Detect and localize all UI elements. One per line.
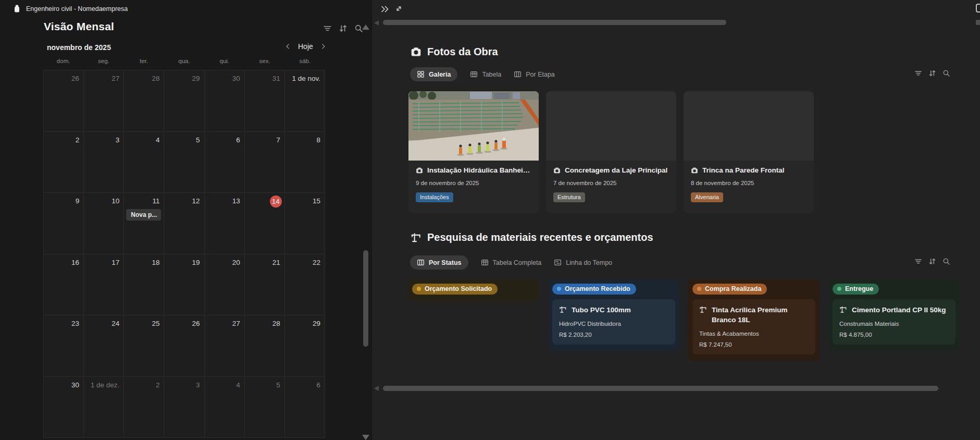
today-button[interactable]: Hoje	[298, 42, 313, 51]
status-pill[interactable]: Entregue	[833, 284, 879, 295]
calendar-day-cell[interactable]: 27	[84, 70, 124, 132]
kanban-column-orcamento-solicitado: Orçamento Solicitado	[408, 279, 539, 301]
material-card-price: R$ 4.875,00	[839, 332, 949, 338]
tab-por-etapa[interactable]: Por Etapa	[514, 70, 555, 78]
day-number: 29	[313, 319, 320, 328]
expand-fullpage-icon[interactable]	[395, 5, 403, 14]
filter-icon[interactable]	[323, 24, 332, 33]
calendar-day-cell[interactable]: 27	[205, 315, 245, 377]
calendar-day-cell[interactable]: 7	[245, 132, 285, 193]
calendar-day-cell[interactable]: 28	[124, 70, 164, 132]
horizontal-scrollbar-thumb-bottom[interactable]	[383, 386, 938, 391]
calendar-day-cell[interactable]: 11Nova p...	[124, 193, 164, 254]
calendar-day-cell[interactable]: 6	[285, 377, 325, 438]
calendar-day-cell[interactable]: 9	[44, 193, 84, 254]
search-icon[interactable]	[942, 69, 950, 77]
day-number: 13	[232, 197, 240, 205]
workspace-label: Engenheiro civil - Nomedaempresa	[26, 5, 128, 13]
calendar-day-cell[interactable]: 8	[285, 132, 325, 193]
status-pill[interactable]: Orçamento Recebido	[552, 284, 636, 295]
search-icon[interactable]	[942, 258, 950, 265]
calendar-day-cell[interactable]: 13	[205, 193, 245, 254]
tab-tabela[interactable]: Tabela	[470, 70, 501, 78]
next-month-icon[interactable]	[320, 43, 327, 50]
calendar-day-cell[interactable]: 5	[245, 377, 285, 438]
photo-card[interactable]: Concretagem da Laje Principal 7 de novem…	[546, 91, 676, 213]
calendar-day-cell[interactable]: 17	[84, 254, 124, 316]
day-number: 22	[313, 258, 320, 267]
material-card[interactable]: Tinta Acrílica Premium Branco 18L Tintas…	[692, 299, 815, 355]
day-number: 6	[236, 136, 240, 144]
tab-por-status[interactable]: Por Status	[410, 255, 468, 270]
status-pill[interactable]: Compra Realizada	[692, 284, 767, 295]
calendar-event-chip[interactable]: Nova p...	[126, 209, 161, 221]
materials-view-tabs: Por Status Tabela Completa	[410, 255, 612, 270]
calendar-day-cell[interactable]: 1 de dez.	[84, 377, 124, 438]
calendar-day-cell[interactable]: 6	[205, 132, 245, 193]
calendar-day-cell[interactable]: 30	[205, 70, 245, 132]
calendar-day-cell[interactable]: 25	[124, 315, 164, 377]
calendar-day-cell[interactable]: 26	[164, 315, 204, 377]
calendar-day-cell[interactable]: 19	[164, 254, 204, 316]
calendar-day-cell[interactable]: 1 de nov.	[285, 70, 325, 132]
hscroll-right-cap	[976, 20, 980, 25]
sort-icon[interactable]	[339, 24, 348, 33]
day-number: 26	[192, 319, 200, 328]
calendar-day-cell[interactable]: 15	[285, 193, 325, 254]
calendar-day-cell[interactable]: 21	[245, 254, 285, 316]
calendar-day-cell[interactable]: 26	[44, 70, 84, 132]
calendar-day-cell[interactable]: 10	[84, 193, 124, 254]
day-number: 6	[316, 381, 320, 389]
hscroll-left-arrow[interactable]	[374, 20, 379, 26]
calendar-day-cell[interactable]: 5	[164, 132, 204, 193]
material-card[interactable]: Cimento Portland CP II 50kg Construmais …	[833, 299, 956, 345]
workspace-header[interactable]: Engenheiro civil - Nomedaempresa	[13, 4, 128, 13]
status-dot	[697, 287, 701, 291]
calendar-day-cell[interactable]: 29	[285, 315, 325, 377]
sort-icon[interactable]	[928, 258, 936, 265]
calendar-day-cell[interactable]: 16	[44, 254, 84, 316]
photo-card[interactable]: Instalação Hidráulica Banheiro 2 9 de no…	[408, 91, 539, 213]
calendar-day-cell[interactable]: 28	[245, 315, 285, 377]
calendar-day-cell[interactable]: 22	[285, 254, 325, 316]
calendar-day-cell[interactable]: 2	[44, 132, 84, 193]
vertical-scrollbar-thumb[interactable]	[363, 250, 368, 347]
calendar-day-cell[interactable]: 20	[205, 254, 245, 316]
photo-card-tag: Alvenaria	[691, 192, 723, 202]
hscroll-left-arrow[interactable]	[374, 386, 379, 391]
calendar-day-cell[interactable]: 24	[84, 315, 124, 377]
calendar-day-cell[interactable]: 3	[84, 132, 124, 193]
calendar-day-cell[interactable]: 31	[245, 70, 285, 132]
calendar-day-cell[interactable]: 14	[245, 193, 285, 254]
calendar-day-cell[interactable]: 4	[124, 132, 164, 193]
weekday-label: sáb.	[285, 58, 325, 64]
calendar-day-cell[interactable]: 23	[44, 315, 84, 377]
calendar-day-cell[interactable]: 29	[164, 70, 204, 132]
collapse-panel-icon[interactable]	[380, 5, 389, 14]
calendar-day-cell[interactable]: 2	[124, 377, 164, 438]
day-number: 4	[156, 136, 160, 144]
filter-icon[interactable]	[914, 69, 922, 77]
scroll-down-arrow[interactable]	[362, 435, 369, 440]
tab-linha-do-tempo[interactable]: Linha do Tempo	[554, 259, 612, 266]
scroll-up-arrow[interactable]	[362, 25, 369, 30]
weekday-label: seg.	[83, 58, 123, 64]
calendar-day-cell[interactable]: 3	[164, 377, 204, 438]
calendar-day-cell[interactable]: 30	[44, 377, 84, 438]
calendar-day-cell[interactable]: 12	[164, 193, 204, 254]
horizontal-scrollbar-thumb-top[interactable]	[383, 20, 726, 25]
status-pill[interactable]: Orçamento Solicitado	[412, 284, 498, 295]
calendar-day-cell[interactable]: 18	[124, 254, 164, 316]
tab-galeria[interactable]: Galeria	[410, 67, 457, 81]
photo-card[interactable]: Trinca na Parede Frontal 8 de novembro d…	[684, 91, 814, 213]
sort-icon[interactable]	[928, 69, 936, 77]
filter-icon[interactable]	[914, 258, 922, 265]
tab-tabela-completa[interactable]: Tabela Completa	[481, 259, 542, 266]
calendar-day-cell[interactable]: 4	[205, 377, 245, 438]
app-window: Engenheiro civil - Nomedaempresa Visão M…	[0, 0, 980, 440]
material-card-vendor: Construmais Materiais	[839, 321, 949, 327]
kanban-column-orcamento-recebido: Orçamento Recebido Tubo PVC 100mm	[548, 279, 679, 351]
material-card[interactable]: Tubo PVC 100mm HidroPVC Distribuidora R$…	[552, 299, 675, 345]
prev-month-icon[interactable]	[284, 43, 291, 50]
gallery-grid-icon	[417, 70, 425, 78]
